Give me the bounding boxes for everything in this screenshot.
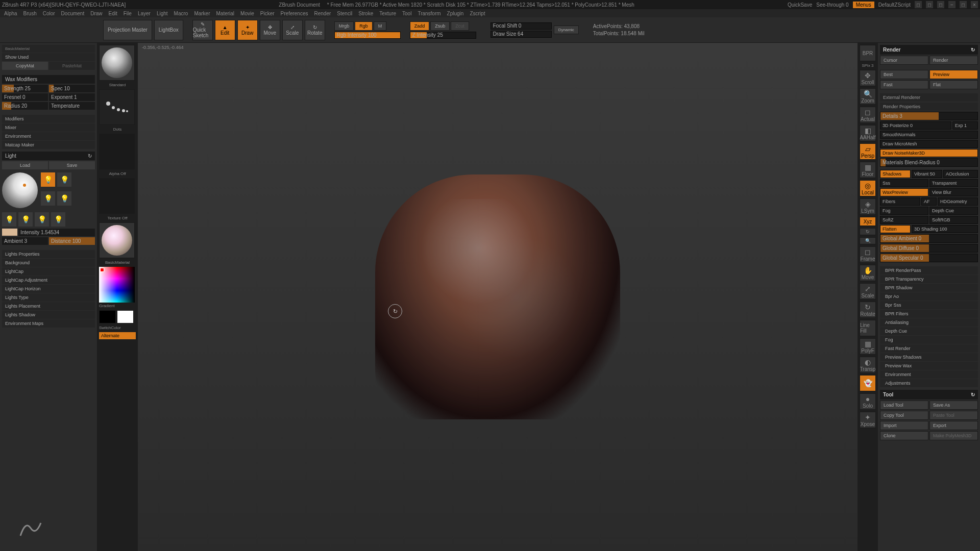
swatch-black[interactable] bbox=[99, 310, 116, 323]
light-3-icon[interactable]: 💡 bbox=[41, 191, 55, 206]
zsub-btn[interactable]: Zsub bbox=[430, 21, 450, 31]
zadd-btn[interactable]: Zadd bbox=[410, 21, 430, 31]
alpha-thumb[interactable] bbox=[99, 134, 135, 169]
menu-texture[interactable]: Texture bbox=[379, 11, 396, 16]
transparent-btn[interactable]: Transparent bbox=[929, 179, 978, 187]
polymesh-btn[interactable]: Make PolyMesh3D bbox=[929, 431, 978, 440]
cursor-btn[interactable]: Cursor bbox=[880, 56, 928, 65]
import-btn[interactable]: Import bbox=[880, 421, 928, 430]
bpr-transparency-item[interactable]: BPR Transparency bbox=[880, 275, 978, 283]
focal-slider[interactable]: Focal Shift 0 bbox=[491, 22, 552, 30]
maximize-icon[interactable]: □ bbox=[960, 1, 967, 8]
lights-shadow-item[interactable]: Lights Shadow bbox=[2, 311, 95, 319]
tool-section-title[interactable]: Tool↻ bbox=[880, 390, 978, 399]
copytool-btn[interactable]: Copy Tool bbox=[880, 411, 928, 420]
fastrender-item[interactable]: Fast Render bbox=[880, 344, 978, 353]
light-8-icon[interactable]: 💡 bbox=[51, 212, 65, 227]
pastemat-btn[interactable]: PasteMat bbox=[49, 62, 95, 70]
export-btn[interactable]: Export bbox=[929, 421, 978, 430]
floor-btn[interactable]: ▦Floor bbox=[860, 162, 876, 178]
alternate-btn[interactable]: Alternate bbox=[99, 332, 136, 339]
switchcolor-btn[interactable]: SwitchColor bbox=[99, 325, 136, 330]
render-props-header[interactable]: Render Properties bbox=[880, 103, 978, 111]
refresh-icon[interactable]: ↻ bbox=[971, 392, 975, 397]
texture-thumb[interactable] bbox=[99, 178, 135, 214]
blendradius-slider[interactable]: Materials Blend-Radius 0 bbox=[880, 158, 978, 167]
strength-slider[interactable]: Strength 25 bbox=[2, 85, 48, 92]
lights-type-item[interactable]: Lights Type bbox=[2, 293, 95, 302]
light-6-icon[interactable]: 💡 bbox=[18, 212, 33, 227]
global-diffuse-slider[interactable]: Global Diffuse 0 bbox=[880, 244, 978, 253]
lightcap-hor-item[interactable]: LightCap Horizon bbox=[2, 285, 95, 293]
menu-zplugin[interactable]: Zplugin bbox=[447, 11, 464, 16]
menus-btn[interactable]: Menus bbox=[853, 2, 874, 8]
aahalf-btn[interactable]: ◧AAHalf bbox=[860, 125, 876, 141]
bpr-shadow-item[interactable]: BPR Shadow bbox=[880, 284, 978, 292]
distance-slider[interactable]: Distance 100 bbox=[49, 237, 95, 245]
lightcap-item[interactable]: LightCap bbox=[2, 267, 95, 276]
loadtool-btn[interactable]: Load Tool bbox=[880, 400, 928, 410]
spec-slider[interactable]: Spec 10 bbox=[49, 85, 95, 92]
menu-edit[interactable]: Edit bbox=[109, 11, 117, 16]
lights-props-item[interactable]: Lights Properties bbox=[2, 250, 95, 258]
menu-light[interactable]: Light bbox=[157, 11, 168, 16]
dynamic-btn[interactable]: Dynamic bbox=[554, 26, 579, 34]
saveas-btn[interactable]: Save As bbox=[929, 400, 978, 410]
light-4-icon[interactable]: 💡 bbox=[57, 191, 71, 206]
fast-btn[interactable]: Fast bbox=[880, 80, 928, 89]
actual-btn[interactable]: ◻Actual bbox=[860, 107, 876, 123]
rgb-btn[interactable]: Rgb bbox=[355, 21, 373, 31]
scale-btn[interactable]: ⤢Scale bbox=[282, 20, 303, 40]
zoom-indicator[interactable]: 🔍 bbox=[860, 237, 876, 244]
scroll-btn[interactable]: ✥Scroll bbox=[860, 70, 876, 86]
rot-indicator[interactable]: ↻ bbox=[860, 228, 876, 235]
preview-shadows-item[interactable]: Preview Shadows bbox=[880, 353, 978, 361]
light-2-icon[interactable]: 💡 bbox=[57, 172, 71, 187]
light-intensity-slider[interactable]: Intensity 1.54534 bbox=[18, 229, 95, 236]
bpr-renderpass-item[interactable]: BPR RenderPass bbox=[880, 266, 978, 274]
window-btn-1[interactable]: □ bbox=[915, 1, 922, 8]
transp-btn[interactable]: ◐Transp bbox=[860, 357, 876, 373]
bpr-filters-item[interactable]: BPR Filters bbox=[880, 310, 978, 318]
material-thumb[interactable] bbox=[99, 222, 135, 258]
save-light-btn[interactable]: Save bbox=[49, 161, 95, 169]
menu-file[interactable]: File bbox=[124, 11, 132, 16]
light-sphere[interactable] bbox=[2, 172, 38, 208]
softrgb-btn[interactable]: SoftRGB bbox=[929, 216, 978, 224]
menu-color[interactable]: Color bbox=[43, 11, 55, 16]
refresh-icon[interactable]: ↻ bbox=[971, 47, 975, 53]
menu-preferences[interactable]: Preferences bbox=[281, 11, 308, 16]
radius-slider[interactable]: Radius 20 bbox=[2, 102, 48, 110]
drawsize-slider[interactable]: Draw Size 64 bbox=[491, 31, 552, 38]
sss-btn[interactable]: Sss bbox=[880, 179, 928, 187]
flatten-btn[interactable]: Flatten bbox=[880, 225, 911, 233]
xpose-btn[interactable]: ✦Xpose bbox=[860, 412, 876, 428]
menu-picker[interactable]: Picker bbox=[260, 11, 275, 16]
environment-item[interactable]: Environment bbox=[2, 132, 95, 140]
noisemaker-btn[interactable]: Draw NoiseMaker3D bbox=[880, 149, 978, 157]
menu-document[interactable]: Document bbox=[61, 11, 85, 16]
light-7-icon[interactable]: 💡 bbox=[35, 212, 49, 227]
menu-layer[interactable]: Layer bbox=[138, 11, 151, 16]
canvas-viewport[interactable]: -0.356,-0.525,-0.464 bbox=[138, 43, 857, 551]
seethrough-slider[interactable]: See-through 0 bbox=[816, 2, 848, 8]
light-5-icon[interactable]: 💡 bbox=[2, 212, 16, 227]
linefill-btn[interactable]: Line Fill bbox=[860, 320, 876, 336]
rotate-btn[interactable]: ↻Rotate bbox=[305, 20, 325, 40]
zoom-btn[interactable]: 🔍Zoom bbox=[860, 88, 876, 105]
lightbox-btn[interactable]: LightBox bbox=[154, 20, 183, 40]
stroke-thumb[interactable] bbox=[99, 89, 135, 125]
copymat-btn[interactable]: CopyMat bbox=[2, 62, 48, 70]
edit-btn[interactable]: ▲Edit bbox=[215, 20, 235, 40]
m-btn[interactable]: M bbox=[374, 21, 387, 31]
details-slider[interactable]: Details 3 bbox=[880, 112, 978, 120]
vibrant-slider[interactable]: Vibrant 50 bbox=[912, 170, 942, 178]
micromesh-btn[interactable]: Draw MicroMesh bbox=[880, 140, 978, 148]
close-icon[interactable]: × bbox=[971, 1, 978, 8]
modifiers-item[interactable]: Modifiers bbox=[2, 115, 95, 123]
background-item[interactable]: Background bbox=[2, 259, 95, 267]
light-1-icon[interactable]: 💡 bbox=[41, 172, 55, 187]
quicksave-btn[interactable]: QuickSave bbox=[788, 2, 812, 8]
mrgb-btn[interactable]: Mrgb bbox=[334, 21, 354, 31]
fog2-item[interactable]: Fog bbox=[880, 336, 978, 344]
